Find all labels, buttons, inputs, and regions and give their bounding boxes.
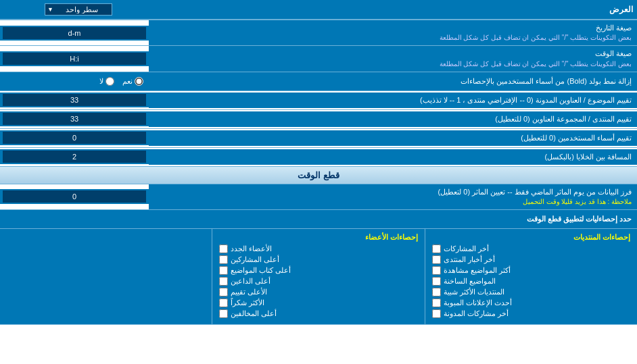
forum-order-input[interactable]	[3, 113, 146, 125]
cutoff-days-input-wrap	[0, 189, 149, 204]
cb-most-thanked: الأكثر شكراً	[219, 298, 417, 307]
dropdown-wrapper[interactable]: سطر واحد سطران ثلاثة أسطر ▼	[45, 3, 112, 16]
bold-remove-options: نعم لا	[0, 77, 149, 86]
cb-blog-posts: أخر مشاركات المدونة	[432, 309, 630, 318]
radio-yes-text: نعم	[122, 77, 133, 86]
right-label-col	[0, 229, 212, 324]
time-format-title: صيغة الوقت	[154, 49, 632, 59]
cb-blog-posts-input[interactable]	[432, 309, 441, 318]
cb-most-similar-label: المنتديات الأكثر شبية	[444, 288, 504, 296]
date-format-title: صيغة التاريخ	[154, 23, 632, 33]
top-control: سطر واحد سطران ثلاثة أسطر ▼	[4, 3, 153, 16]
date-format-label: صيغة التاريخ بعض التكوينات يتطلب "/" الت…	[149, 20, 637, 45]
time-format-row: صيغة الوقت بعض التكوينات يتطلب "/" التي …	[0, 46, 637, 72]
users-order-label: تقييم أسماء المستخدمين (0 للتعطيل)	[149, 130, 637, 146]
gap-input-wrap	[0, 149, 149, 164]
cutoff-days-note: ملاحظة : هذا قد يزيد قليلا وقت التحميل	[154, 197, 632, 207]
cb-top-inviters-input[interactable]	[219, 277, 228, 286]
checkboxes-area: إحصاءات المنتديات أخر المشاركات أخر أخبا…	[0, 229, 637, 324]
date-format-sublabel: بعض التكوينات يتطلب "/" التي يمكن ان تضا…	[154, 33, 632, 43]
forum-order-label: تقييم المنتدى / المجموعة العناوين (0 للت…	[149, 111, 637, 127]
gap-row: المسافة بين الخلايا (بالبكسل)	[0, 148, 637, 167]
cutoff-section-title: قطع الوقت	[298, 170, 339, 180]
col-divider	[425, 229, 425, 324]
topics-order-input[interactable]	[3, 94, 146, 106]
cb-top-violators: أعلى المخالفين	[219, 309, 417, 318]
cb-forum-news: أخر أخبار المنتدى	[432, 255, 630, 264]
cb-hot-topics: المواضيع الساخنة	[432, 277, 630, 286]
cb-new-members: الأعضاء الجدد	[219, 244, 417, 253]
cb-top-posters-label: أعلى المشاركين	[231, 255, 279, 264]
radio-no[interactable]	[105, 77, 114, 86]
stats-title-row: حدد إحصاءليات لتطبيق قطع الوقت	[0, 210, 637, 229]
cb-top-rated-label: الأعلى تقييم	[231, 288, 267, 296]
cb-latest-posts-label: أخر المشاركات	[444, 244, 489, 253]
posts-col-header: إحصاءات المنتديات	[432, 233, 630, 242]
date-format-input-wrap	[0, 26, 149, 41]
cb-top-violators-label: أعلى المخالفين	[231, 309, 277, 318]
cb-latest-ads-input[interactable]	[432, 298, 441, 307]
bold-remove-label: إزالة نمط بولد (Bold) من أسماء المستخدمي…	[149, 74, 637, 88]
stats-section: حدد إحصاءليات لتطبيق قطع الوقت إحصاءات ا…	[0, 210, 637, 325]
time-format-input[interactable]	[3, 53, 146, 65]
cutoff-section-header: قطع الوقت	[0, 167, 637, 184]
cb-top-writers: أعلى كتاب المواضيع	[219, 266, 417, 275]
cb-blog-posts-label: أخر مشاركات المدونة	[444, 309, 509, 318]
topics-order-input-wrap	[0, 93, 149, 107]
cb-top-rated-input[interactable]	[219, 288, 228, 296]
cutoff-days-label: فرز البيانات من يوم الماثر الماضي فقط --…	[149, 184, 637, 209]
cb-most-viewed-input[interactable]	[432, 266, 441, 275]
gap-input[interactable]	[3, 151, 146, 163]
cb-hot-topics-label: المواضيع الساخنة	[444, 277, 496, 286]
time-format-label: صيغة الوقت بعض التكوينات يتطلب "/" التي …	[149, 46, 637, 71]
forum-order-row: تقييم المنتدى / المجموعة العناوين (0 للت…	[0, 110, 637, 129]
stats-title-label: حدد إحصاءليات لتطبيق قطع الوقت	[0, 212, 637, 226]
display-select[interactable]: سطر واحد سطران ثلاثة أسطر	[45, 3, 112, 16]
cb-new-members-label: الأعضاء الجدد	[231, 244, 272, 253]
cb-most-thanked-label: الأكثر شكراً	[231, 298, 264, 307]
cb-forum-news-input[interactable]	[432, 255, 441, 264]
cb-top-violators-input[interactable]	[219, 309, 228, 318]
cb-top-writers-input[interactable]	[219, 266, 228, 275]
cb-top-posters-input[interactable]	[219, 255, 228, 264]
cutoff-days-row: فرز البيانات من يوم الماثر الماضي فقط --…	[0, 184, 637, 210]
radio-yes-label[interactable]: نعم	[122, 77, 143, 86]
members-col-header: إحصاءات الأعضاء	[219, 233, 417, 242]
cutoff-days-input[interactable]	[3, 190, 146, 203]
cb-top-inviters: أعلى الداعين	[219, 277, 417, 286]
cb-most-viewed: أكثر المواضيع مشاهدة	[432, 266, 630, 275]
cb-latest-posts-input[interactable]	[432, 244, 441, 253]
cb-top-inviters-label: أعلى الداعين	[231, 277, 270, 286]
forum-order-input-wrap	[0, 111, 149, 126]
cb-top-writers-label: أعلى كتاب المواضيع	[231, 266, 291, 275]
cb-most-similar-input[interactable]	[432, 288, 441, 296]
bold-remove-row: إزالة نمط بولد (Bold) من أسماء المستخدمي…	[0, 72, 637, 91]
users-order-row: تقييم أسماء المستخدمين (0 للتعطيل)	[0, 129, 637, 148]
time-format-input-wrap	[0, 51, 149, 66]
top-label: العرض	[153, 5, 633, 14]
members-col: إحصاءات الأعضاء الأعضاء الجدد أعلى المشا…	[212, 229, 424, 324]
radio-yes[interactable]	[135, 77, 143, 86]
radio-no-text: لا	[99, 77, 103, 86]
cb-latest-ads: أحدث الإعلانات المبوبة	[432, 298, 630, 307]
cb-top-posters: أعلى المشاركين	[219, 255, 417, 264]
gap-label: المسافة بين الخلايا (بالبكسل)	[149, 149, 637, 165]
cb-most-similar: المنتديات الأكثر شبية	[432, 288, 630, 296]
col-divider2	[212, 229, 212, 324]
cb-top-rated: الأعلى تقييم	[219, 288, 417, 296]
date-format-input[interactable]	[3, 27, 146, 39]
users-order-input-wrap	[0, 130, 149, 145]
cb-latest-posts: أخر المشاركات	[432, 244, 630, 253]
top-row: العرض سطر واحد سطران ثلاثة أسطر ▼	[0, 0, 637, 20]
users-order-input[interactable]	[3, 132, 146, 144]
radio-no-label[interactable]: لا	[99, 77, 114, 86]
date-format-row: صيغة التاريخ بعض التكوينات يتطلب "/" الت…	[0, 20, 637, 46]
cb-hot-topics-input[interactable]	[432, 277, 441, 286]
cb-forum-news-label: أخر أخبار المنتدى	[444, 255, 495, 264]
cutoff-days-title: فرز البيانات من يوم الماثر الماضي فقط --…	[154, 187, 632, 197]
cb-new-members-input[interactable]	[219, 244, 228, 253]
cb-most-thanked-input[interactable]	[219, 298, 228, 307]
cb-latest-ads-label: أحدث الإعلانات المبوبة	[444, 298, 512, 307]
posts-col: إحصاءات المنتديات أخر المشاركات أخر أخبا…	[425, 229, 637, 324]
topics-order-label: تقييم الموضوع / العناوين المدونة (0 -- ا…	[149, 93, 637, 108]
